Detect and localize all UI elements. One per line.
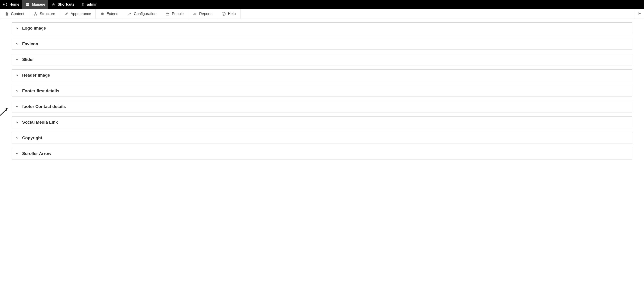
panel-favicon: Favicon xyxy=(12,38,632,50)
bar-chart-icon xyxy=(193,12,197,16)
svg-point-7 xyxy=(34,15,35,15)
panel-social-media: Social Media Link xyxy=(12,116,632,128)
svg-point-5 xyxy=(82,3,84,5)
admin-menu-people[interactable]: People xyxy=(161,9,188,19)
panel-header-header-image[interactable]: Header image xyxy=(12,70,632,81)
toolbar-home-label: Home xyxy=(10,3,19,7)
panel-footer-first: Footer first details xyxy=(12,85,632,97)
chevron-down-icon xyxy=(16,42,19,46)
admin-menu-label: Appearance xyxy=(71,12,91,16)
panel-footer-contact: footer Contact details xyxy=(12,101,632,112)
collapse-toolbar-button[interactable] xyxy=(635,9,644,19)
panel-header-social-media[interactable]: Social Media Link xyxy=(12,117,632,128)
paintbrush-icon xyxy=(64,12,68,16)
chevron-down-icon xyxy=(16,121,19,124)
chevron-down-icon xyxy=(16,105,19,108)
hierarchy-icon xyxy=(34,12,38,16)
chevron-down-icon xyxy=(16,152,19,155)
admin-menu-content[interactable]: Content xyxy=(0,9,29,19)
svg-point-10 xyxy=(168,13,169,14)
hamburger-icon xyxy=(26,3,30,7)
annotation-arrow-icon xyxy=(0,107,10,118)
svg-point-0 xyxy=(4,3,7,6)
panel-header-favicon[interactable]: Favicon xyxy=(12,38,632,50)
admin-menu-extend[interactable]: Extend xyxy=(96,9,123,19)
admin-menu-label: Content xyxy=(11,12,24,16)
wrench-icon xyxy=(128,12,132,16)
panel-logo-image: Logo image xyxy=(12,23,632,34)
svg-point-9 xyxy=(166,13,168,14)
svg-rect-12 xyxy=(194,13,195,15)
panel-title: Favicon xyxy=(22,42,38,46)
toolbar-manage-label: Manage xyxy=(32,3,45,7)
svg-rect-13 xyxy=(196,13,196,15)
svg-point-15 xyxy=(224,15,224,15)
admin-menu-help[interactable]: Help xyxy=(217,9,240,19)
panel-header-copyright[interactable]: Copyright xyxy=(12,132,632,144)
star-icon xyxy=(52,3,56,7)
panel-header-footer-contact[interactable]: footer Contact details xyxy=(12,101,632,112)
user-icon xyxy=(81,3,85,7)
svg-marker-4 xyxy=(52,3,55,6)
admin-menu-label: Help xyxy=(228,12,236,16)
puzzle-icon xyxy=(100,12,104,16)
panel-scroller-arrow: Scroller Arrow xyxy=(12,148,632,159)
admin-menu-label: Extend xyxy=(106,12,118,16)
svg-rect-11 xyxy=(194,14,194,15)
panel-title: Logo image xyxy=(22,26,46,31)
admin-menu-label: People xyxy=(172,12,184,16)
svg-point-8 xyxy=(36,15,37,15)
panel-title: Footer first details xyxy=(22,89,59,93)
panel-title: footer Contact details xyxy=(22,104,66,109)
admin-menu: Content Structure Appearance Extend Conf… xyxy=(0,9,644,19)
toolbar-manage-button[interactable]: Manage xyxy=(22,0,48,9)
chevron-down-icon xyxy=(16,58,19,61)
admin-menu-reports[interactable]: Reports xyxy=(188,9,217,19)
panel-title: Social Media Link xyxy=(22,120,58,125)
document-icon xyxy=(5,12,9,16)
back-circle-icon xyxy=(3,3,7,7)
admin-menu-label: Configuration xyxy=(134,12,156,16)
panel-header-image: Header image xyxy=(12,69,632,81)
chevron-down-icon xyxy=(16,74,19,77)
toolbar-user-button[interactable]: admin xyxy=(78,0,101,9)
help-icon xyxy=(222,12,226,16)
admin-menu-configuration[interactable]: Configuration xyxy=(123,9,161,19)
toolbar-user-label: admin xyxy=(87,3,98,7)
panel-title: Copyright xyxy=(22,136,42,140)
chevron-down-icon xyxy=(16,136,19,140)
panel-header-scroller-arrow[interactable]: Scroller Arrow xyxy=(12,148,632,159)
panel-title: Scroller Arrow xyxy=(22,151,51,156)
settings-panels: Logo image Favicon Slider Header image F… xyxy=(0,19,644,159)
admin-menu-appearance[interactable]: Appearance xyxy=(60,9,96,19)
chevron-down-icon xyxy=(16,27,19,30)
panel-header-logo-image[interactable]: Logo image xyxy=(12,23,632,34)
toolbar-shortcuts-label: Shortcuts xyxy=(58,3,74,7)
panel-title: Slider xyxy=(22,57,34,62)
chevron-down-icon xyxy=(16,89,19,93)
admin-menu-structure[interactable]: Structure xyxy=(29,9,60,19)
collapse-icon xyxy=(638,12,642,16)
svg-point-6 xyxy=(35,12,36,13)
panel-copyright: Copyright xyxy=(12,132,632,144)
panel-slider: Slider xyxy=(12,54,632,65)
panel-header-slider[interactable]: Slider xyxy=(12,54,632,65)
toolbar-home-button[interactable]: Home xyxy=(0,0,22,9)
toolbar-shortcuts-button[interactable]: Shortcuts xyxy=(48,0,78,9)
people-icon xyxy=(166,12,170,16)
panel-header-footer-first[interactable]: Footer first details xyxy=(12,85,632,97)
admin-menu-label: Structure xyxy=(40,12,55,16)
admin-menu-label: Reports xyxy=(199,12,212,16)
toolbar-top: Home Manage Shortcuts admin xyxy=(0,0,644,9)
panel-title: Header image xyxy=(22,73,50,78)
